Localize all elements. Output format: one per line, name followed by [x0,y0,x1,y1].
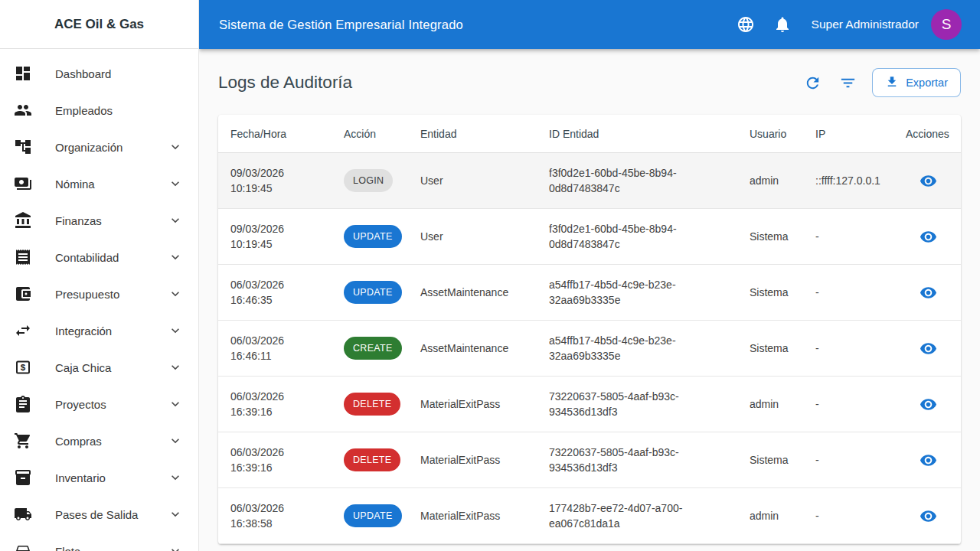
column-header-id: ID Entidad [549,128,750,140]
cell-ip: - [815,508,906,523]
sidebar-item-proyectos[interactable]: Proyectos [0,386,198,422]
column-header-entidad: Entidad [420,128,549,140]
table-header-row: Fecha/Hora Acción Entidad ID Entidad Usu… [218,115,961,153]
cell-entity-id: f3f0d2e1-60bd-45be-8b94-0d8d7483847c [549,221,750,252]
export-button[interactable]: Exportar [872,68,961,97]
sidebar-item-compras[interactable]: Compras [0,422,198,459]
cell-entity: MaterialExitPass [420,452,549,468]
cell-actions [906,335,961,361]
chevron-down-icon [168,360,183,375]
swap-arrows-icon [14,321,32,340]
table-row: 06/03/202616:46:11 CREATE AssetMaintenan… [218,321,961,377]
sidebar-item-n-mina[interactable]: Nómina [0,165,198,202]
cell-ip: - [815,396,906,412]
app-root: ACE Oil & Gas Dashboard Empleados Organi… [0,0,980,551]
chevron-down-icon [168,176,183,191]
sidebar-item-organizaci-n[interactable]: Organización [0,129,198,165]
language-button[interactable] [730,9,761,40]
sidebar-item-contabilidad[interactable]: Contabilidad [0,239,198,276]
cell-user: admin [750,396,815,412]
sidebar-item-label: Pases de Salida [55,508,168,521]
table-row: 06/03/202616:39:16 DELETE MaterialExitPa… [218,432,961,488]
cell-datetime: 06/03/202616:46:35 [230,277,344,308]
eye-icon [920,284,937,302]
view-details-button[interactable] [915,168,941,194]
chevron-down-icon [168,396,183,412]
cell-user: admin [750,508,815,523]
brand-title: ACE Oil & Gas [0,0,198,49]
cash-box-icon: $ [14,358,32,377]
sidebar-item-pases-de-salida[interactable]: Pases de Salida [0,496,198,533]
chevron-down-icon [168,139,183,155]
chevron-down-icon [168,433,183,448]
view-details-button[interactable] [915,279,941,305]
filter-button[interactable] [832,67,863,98]
action-badge: DELETE [344,393,400,416]
cell-actions [906,503,961,529]
receipt-icon [14,248,32,266]
view-details-button[interactable] [915,223,941,249]
refresh-button[interactable] [797,67,828,98]
car-icon [14,542,32,551]
sidebar-item-caja-chica[interactable]: $ Caja Chica [0,349,198,386]
table-row: 09/03/202610:19:45 LOGIN User f3f0d2e1-6… [218,153,961,209]
sidebar: ACE Oil & Gas Dashboard Empleados Organi… [0,0,199,551]
notifications-button[interactable] [767,9,798,40]
table-row: 06/03/202616:39:16 DELETE MaterialExitPa… [218,377,961,432]
cell-entity-id: f3f0d2e1-60bd-45be-8b94-0d8d7483847c [549,165,750,196]
sidebar-item-presupuesto[interactable]: Presupuesto [0,276,198,312]
cell-action: LOGIN [344,169,420,192]
cell-actions [906,168,961,194]
column-header-fecha: Fecha/Hora [230,128,344,140]
table-row: 06/03/202616:38:58 UPDATE MaterialExitPa… [218,488,961,544]
bell-icon [773,15,792,34]
bank-icon [14,211,32,230]
download-icon [885,75,899,91]
cell-datetime: 06/03/202616:39:16 [230,445,344,475]
cell-user: Sistema [750,341,815,356]
chevron-down-icon [168,249,183,265]
cell-actions [906,223,961,249]
sidebar-item-flota[interactable]: Flota [0,533,198,551]
cell-action: DELETE [344,393,420,416]
avatar[interactable]: S [931,9,962,40]
cell-entity: AssetMaintenance [420,341,549,356]
sidebar-item-inventario[interactable]: Inventario [0,459,198,496]
sidebar-item-empleados[interactable]: Empleados [0,92,198,129]
filter-icon [839,74,857,92]
sidebar-item-label: Contabilidad [55,251,168,264]
cell-ip: - [815,229,906,244]
cell-action: UPDATE [344,281,420,304]
chevron-down-icon [168,323,183,338]
wallet-icon [14,285,32,303]
view-details-button[interactable] [915,335,941,361]
sidebar-item-label: Proyectos [55,398,168,411]
eye-icon [920,340,937,357]
cell-entity: AssetMaintenance [420,285,549,300]
chevron-down-icon [168,286,183,302]
view-details-button[interactable] [915,503,941,529]
sidebar-item-integraci-n[interactable]: Integración [0,312,198,349]
cell-ip: - [815,285,906,300]
sidebar-menu: Dashboard Empleados Organización Nómina … [0,49,198,551]
chevron-down-icon [168,543,183,551]
chevron-down-icon [168,470,183,485]
payments-icon [14,174,32,193]
cell-datetime: 09/03/202610:19:45 [230,165,344,196]
sidebar-item-finanzas[interactable]: Finanzas [0,202,198,239]
inventory-icon [14,468,32,487]
view-details-button[interactable] [915,391,941,417]
cell-datetime: 06/03/202616:46:11 [230,333,344,364]
cell-user: Sistema [750,452,815,468]
cell-action: DELETE [344,448,420,471]
sidebar-item-label: Caja Chica [55,361,168,374]
view-details-button[interactable] [915,447,941,473]
sidebar-item-dashboard[interactable]: Dashboard [0,55,198,92]
sidebar-item-label: Presupuesto [55,288,168,301]
sidebar-item-label: Dashboard [55,67,168,80]
appbar-title: Sistema de Gestión Empresarial Integrado [219,18,463,32]
sidebar-item-label: Compras [55,435,168,448]
cell-actions [906,391,961,417]
cell-entity-id: a54ffb17-4b5d-4c9e-b23e-32aa69b3335e [549,333,750,364]
column-header-accion: Acción [344,128,420,140]
